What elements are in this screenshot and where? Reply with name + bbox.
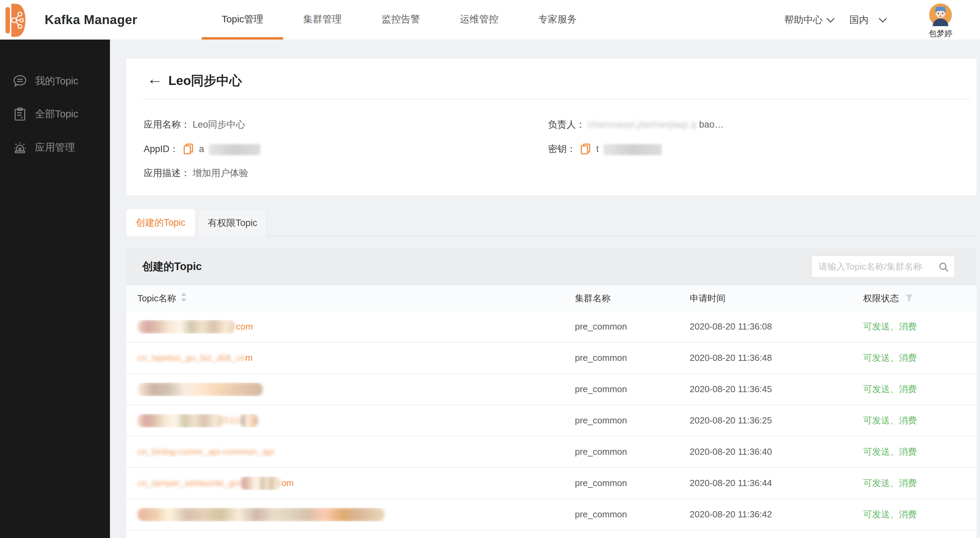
table-row[interactable]: cn_lapetos_go_biz_didi_com pre_common 20… — [126, 343, 977, 374]
redacted-topic-name — [240, 476, 281, 490]
user-menu[interactable]: 包梦婷 — [923, 3, 958, 39]
apply-time-cell: 2020-08-20 11:36:42 — [690, 509, 863, 520]
topic-name-link[interactable]: cn_tamper_setdaurite_goom — [137, 476, 294, 490]
redacted-topic-text: cn_tamper_setdaurite_go — [137, 478, 239, 489]
sidebar-item-all-topic[interactable]: 全部Topic — [0, 103, 110, 125]
region-menu[interactable]: 国内 — [850, 0, 887, 40]
nav-ops-control[interactable]: 运维管控 — [440, 0, 518, 40]
tab-created-topic[interactable]: 创建的Topic — [126, 209, 195, 236]
topic-name-link[interactable] — [137, 383, 263, 396]
redacted-topic-name — [137, 383, 263, 396]
permission-status-cell: 可发送、消费 — [863, 383, 977, 395]
topic-name-link[interactable]: cn_lapetos_go_biz_didi_com — [137, 353, 253, 363]
table-row[interactable]: pre_common 2020-08-20 11:36:42 可发送、消费 — [126, 499, 977, 530]
page-title: Leo同步中心 — [169, 72, 242, 89]
field-app-name: 应用名称： Leo同步中心 — [144, 118, 245, 131]
clipboard-icon — [13, 107, 27, 121]
back-arrow-icon[interactable]: ← — [147, 71, 163, 87]
field-value: t — [596, 144, 599, 154]
copy-icon[interactable] — [581, 144, 590, 158]
field-label: 应用描述： — [144, 168, 190, 178]
field-owner: 负责人： chenxiaoyi,jiashanjiaqi,q bao… — [548, 118, 724, 131]
topic-name-text: com — [236, 321, 253, 332]
user-name: 包梦婷 — [923, 28, 958, 39]
column-label: 权限状态 — [863, 293, 899, 303]
avatar — [929, 3, 952, 26]
cluster-name-cell: pre_common — [575, 384, 690, 394]
main-nav: Topic管理 集群管理 监控告警 运维管控 专家服务 — [202, 0, 597, 40]
tab-authorized-topic[interactable]: 有权限Topic — [198, 209, 267, 236]
topic-name-link[interactable]: com — [137, 320, 253, 334]
redacted-topic-text: 510 — [224, 415, 239, 426]
apply-time-cell: 2020-08-20 11:36:08 — [690, 321, 863, 332]
nav-monitor-alert[interactable]: 监控告警 — [361, 0, 440, 40]
nav-topic-management[interactable]: Topic管理 — [202, 0, 283, 40]
help-center-label: 帮助中心 — [784, 14, 822, 25]
field-label: 应用名称： — [144, 119, 190, 130]
apply-time-cell: 2020-08-20 11:36:48 — [690, 353, 863, 363]
permission-status-cell: 可发送、消费 — [863, 446, 977, 458]
cluster-name-cell: pre_common — [575, 353, 690, 363]
redacted-topic-name — [137, 508, 385, 522]
permission-status-cell: 可发送、消费 — [863, 321, 977, 333]
topic-name-link[interactable]: cn_binlog-comm_api-common_api — [137, 447, 274, 457]
nav-cluster-management[interactable]: 集群管理 — [283, 0, 361, 40]
apply-time-cell: 2020-08-20 11:36:25 — [690, 415, 863, 426]
redacted-owner-text: chenxiaoyi,jiashanjiaqi,q — [588, 119, 697, 130]
kafka-manager-logo-icon — [5, 3, 25, 39]
table-row[interactable]: 510 pre_common 2020-08-20 11:36:25 可发送、消… — [126, 405, 977, 436]
column-apply-time: 申请时间 — [690, 292, 863, 305]
permission-status-cell: 可发送、消费 — [863, 352, 977, 364]
topic-name-link[interactable] — [137, 508, 385, 522]
cluster-name-cell: pre_common — [575, 321, 690, 332]
redacted-topic-name — [137, 414, 223, 428]
alarm-icon — [13, 141, 27, 155]
table-row[interactable]: cn_binlog-comm_api-common_api pre_common… — [126, 436, 977, 468]
field-value: bao… — [699, 119, 724, 130]
table-row[interactable]: cn_tamper_setdaurite_goom pre_common 202… — [126, 468, 977, 499]
table-title: 创建的Topic — [142, 247, 202, 286]
top-bar: Kafka Manager Topic管理 集群管理 监控告警 运维管控 专家服… — [0, 0, 980, 40]
table-row[interactable]: com pre_common 2020-08-20 11:36:08 可发送、消… — [126, 311, 977, 343]
sidebar-item-label: 全部Topic — [35, 107, 78, 121]
field-label: 密钥： — [548, 144, 576, 154]
chevron-down-icon — [826, 0, 835, 40]
topic-name-link[interactable]: 510 — [137, 414, 258, 428]
sidebar: 我的Topic 全部Topic — [0, 40, 110, 538]
search-box — [811, 255, 955, 278]
apply-time-cell: 2020-08-20 11:36:40 — [690, 447, 863, 457]
sort-icon[interactable] — [181, 293, 186, 304]
redacted-appid — [209, 144, 261, 155]
topic-name-text: m — [245, 353, 253, 363]
field-label: 负责人： — [548, 119, 585, 130]
column-permission-status: 权限状态 — [863, 292, 977, 305]
filter-funnel-icon[interactable] — [905, 294, 913, 305]
sidebar-item-my-topic[interactable]: 我的Topic — [0, 70, 110, 92]
redacted-topic-name — [240, 414, 258, 428]
column-topic-name: Topic名称 — [126, 292, 575, 305]
search-input[interactable] — [818, 256, 935, 277]
chat-bubble-icon — [13, 74, 27, 88]
topic-tabs: 创建的Topic 有权限Topic — [126, 209, 267, 236]
apply-time-cell: 2020-08-20 11:36:44 — [690, 478, 863, 489]
chevron-down-icon — [878, 0, 887, 40]
search-icon[interactable] — [938, 262, 949, 274]
table-body: com pre_common 2020-08-20 11:36:08 可发送、消… — [126, 311, 977, 530]
nav-expert-service[interactable]: 专家服务 — [518, 0, 597, 40]
permission-status-cell: 可发送、消费 — [863, 477, 977, 489]
copy-icon[interactable] — [183, 144, 193, 158]
topic-name-text: om — [282, 478, 294, 489]
field-desc: 应用描述： 增加用户体验 — [144, 166, 248, 180]
region-label: 国内 — [850, 14, 869, 25]
redacted-topic-text: cn_lapetos_go_biz_didi_co — [137, 353, 245, 363]
cluster-name-cell: pre_common — [575, 478, 690, 489]
sidebar-item-label: 应用管理 — [35, 141, 75, 155]
sidebar-item-app-management[interactable]: 应用管理 — [0, 137, 110, 158]
cluster-name-cell: pre_common — [575, 447, 690, 457]
divider — [142, 99, 970, 99]
field-appid: AppID： a — [144, 142, 261, 156]
help-center-menu[interactable]: 帮助中心 — [784, 0, 835, 40]
table-row[interactable]: pre_common 2020-08-20 11:36:45 可发送、消费 — [126, 374, 977, 405]
app-detail-card: ← Leo同步中心 应用名称： Leo同步中心 负责人： chenxiaoyi,… — [126, 59, 977, 195]
cluster-name-cell: pre_common — [575, 509, 690, 520]
